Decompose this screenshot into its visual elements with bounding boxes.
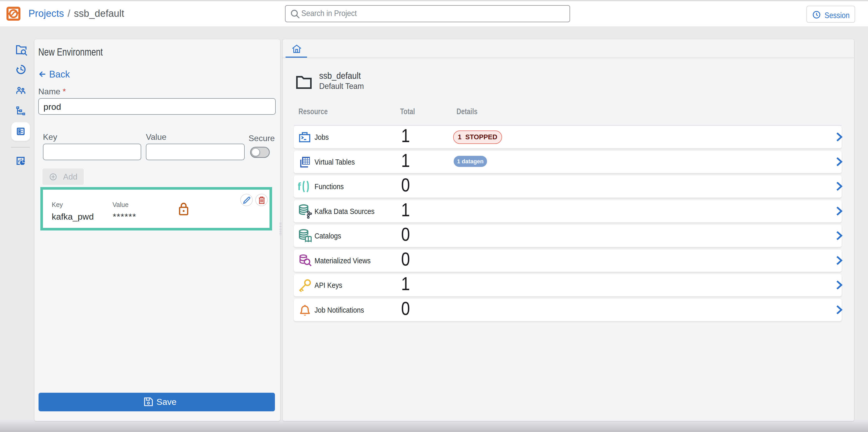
svg-text:f: f (298, 181, 301, 192)
